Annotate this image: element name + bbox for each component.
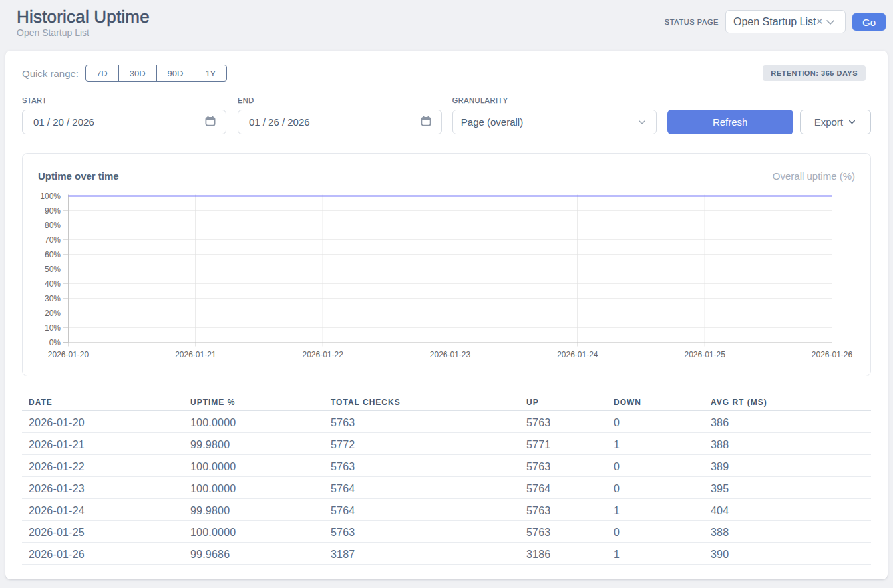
svg-text:60%: 60% [45,250,61,259]
svg-text:20%: 20% [45,309,61,318]
svg-text:2026-01-23: 2026-01-23 [430,350,471,359]
svg-text:10%: 10% [45,323,61,333]
svg-text:40%: 40% [45,279,61,289]
svg-text:90%: 90% [45,206,61,216]
svg-text:70%: 70% [45,235,61,245]
svg-text:2026-01-21: 2026-01-21 [175,350,216,359]
svg-text:2026-01-25: 2026-01-25 [684,350,725,359]
svg-text:80%: 80% [45,221,61,230]
svg-text:50%: 50% [45,265,61,274]
svg-text:2026-01-24: 2026-01-24 [557,350,598,359]
svg-text:2026-01-26: 2026-01-26 [812,350,853,359]
svg-text:2026-01-22: 2026-01-22 [302,350,343,359]
svg-text:30%: 30% [45,294,61,303]
svg-text:0%: 0% [49,338,61,347]
svg-text:2026-01-20: 2026-01-20 [48,350,89,359]
svg-text:100%: 100% [40,192,61,201]
